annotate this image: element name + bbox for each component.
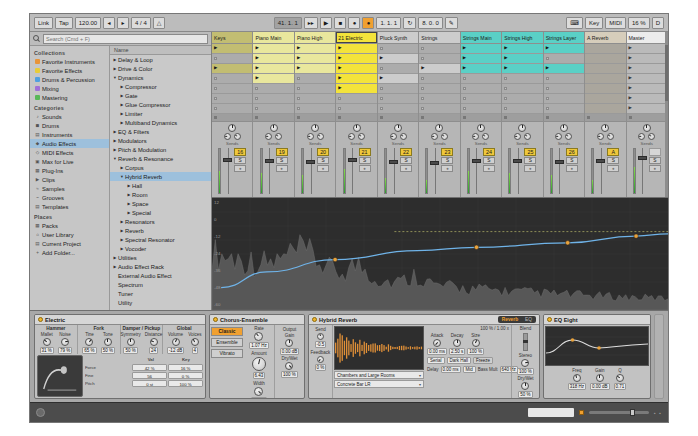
electric-tine-knob[interactable] bbox=[85, 338, 93, 346]
follow-button[interactable]: ▸▸ bbox=[304, 17, 318, 29]
clip-stop-row[interactable] bbox=[502, 114, 542, 122]
send-b-knob[interactable] bbox=[441, 133, 448, 140]
sidebar-item-add-folder[interactable]: +Add Folder... bbox=[30, 248, 109, 257]
empty-clip-slot[interactable] bbox=[461, 94, 501, 104]
empty-clip-slot[interactable] bbox=[253, 94, 293, 104]
device-on-toggle[interactable] bbox=[38, 317, 43, 322]
pan-knob[interactable] bbox=[560, 124, 568, 132]
arm-button[interactable]: ● bbox=[400, 165, 412, 172]
sidebar-item-grooves[interactable]: ~Grooves bbox=[30, 193, 109, 202]
clip[interactable]: ▶ bbox=[502, 54, 542, 64]
solo-button[interactable]: S bbox=[607, 157, 619, 164]
eq8-freq-knob[interactable] bbox=[573, 374, 581, 382]
session-record-button[interactable]: ● bbox=[362, 17, 374, 29]
volume-fader[interactable] bbox=[430, 148, 439, 194]
matrix-value[interactable]: 100 % bbox=[168, 380, 203, 387]
hybrid-size-knob[interactable] bbox=[472, 339, 480, 347]
tree-item-gate[interactable]: ▶Gate bbox=[110, 91, 211, 100]
track-activator[interactable]: 16 bbox=[234, 148, 246, 156]
hybrid-freeze-button[interactable]: Freeze bbox=[473, 357, 493, 364]
send-b-knob[interactable] bbox=[482, 133, 489, 140]
clip[interactable]: ▶ bbox=[378, 54, 418, 64]
track-activator[interactable]: 20 bbox=[317, 148, 329, 156]
empty-clip-slot[interactable] bbox=[544, 74, 584, 84]
electric-voices-knob[interactable] bbox=[191, 338, 199, 346]
empty-clip-slot[interactable] bbox=[544, 94, 584, 104]
track-activator[interactable]: A bbox=[607, 148, 619, 156]
scene-slot[interactable]: ▶ bbox=[627, 104, 667, 114]
hybrid-routing-select[interactable]: Serial bbox=[427, 357, 445, 364]
scrollbar-thumb[interactable] bbox=[665, 45, 668, 101]
tempo-field[interactable]: 120.00 bbox=[75, 17, 101, 29]
play-button[interactable]: ▶ bbox=[320, 17, 333, 29]
key-map-button[interactable]: Key bbox=[585, 17, 603, 29]
send-b-knob[interactable] bbox=[648, 133, 655, 140]
hybrid-mid-button[interactable]: Mid bbox=[463, 366, 476, 373]
stop-button[interactable]: ■ bbox=[334, 17, 346, 29]
track-header-strings-high[interactable]: Strings High bbox=[502, 32, 542, 44]
tree-item-spectrum[interactable]: Spectrum bbox=[110, 280, 211, 289]
computer-midi-keyboard-toggle[interactable]: ⌨ bbox=[566, 17, 583, 29]
chorus-rate-knob[interactable] bbox=[254, 332, 263, 341]
clip[interactable]: ▶ bbox=[461, 44, 501, 54]
empty-clip-slot[interactable] bbox=[419, 94, 459, 104]
tree-item-delay-loop[interactable]: ▶Delay & Loop bbox=[110, 55, 211, 64]
empty-clip-slot[interactable] bbox=[502, 74, 542, 84]
pan-knob[interactable] bbox=[270, 124, 278, 132]
volume-fader[interactable] bbox=[348, 148, 357, 194]
send-b-knob[interactable] bbox=[358, 133, 365, 140]
tree-item-eq-filters[interactable]: ▶EQ & Filters bbox=[110, 127, 211, 136]
clip[interactable]: ▶ bbox=[336, 64, 376, 74]
send-a-knob[interactable] bbox=[265, 133, 272, 140]
empty-clip-slot[interactable] bbox=[502, 104, 542, 114]
hybrid-attack-knob[interactable] bbox=[433, 339, 441, 347]
clip[interactable]: ▶ bbox=[295, 64, 335, 74]
send-a-knob[interactable] bbox=[390, 133, 397, 140]
volume-fader[interactable] bbox=[513, 148, 522, 194]
sidebar-item-mixing[interactable]: Mixing bbox=[30, 84, 109, 93]
empty-clip-slot[interactable] bbox=[295, 104, 335, 114]
scene-slot[interactable]: ▶ bbox=[627, 94, 667, 104]
empty-clip-slot[interactable] bbox=[378, 44, 418, 54]
clip[interactable]: ▶ bbox=[253, 74, 293, 84]
arm-button[interactable]: ● bbox=[483, 165, 495, 172]
sidebar-item-drums[interactable]: ◼Drums bbox=[30, 121, 109, 130]
send-a-knob[interactable] bbox=[431, 133, 438, 140]
solo-button[interactable]: S bbox=[276, 157, 288, 164]
pan-knob[interactable] bbox=[518, 124, 526, 132]
sidebar-item-mastering[interactable]: Mastering bbox=[30, 93, 109, 102]
clip[interactable]: ▶ bbox=[253, 64, 293, 74]
clip[interactable]: ▶ bbox=[295, 54, 335, 64]
solo-button[interactable]: S bbox=[524, 157, 536, 164]
volume-fader[interactable] bbox=[389, 148, 398, 194]
empty-clip-slot[interactable] bbox=[544, 84, 584, 94]
tree-item-drive-color[interactable]: ▶Drive & Color bbox=[110, 64, 211, 73]
fader-handle[interactable] bbox=[596, 159, 605, 163]
tree-item-modulators[interactable]: ▶Modulators bbox=[110, 136, 211, 145]
solo-button[interactable]: S bbox=[234, 157, 246, 164]
solo-button[interactable]: S bbox=[566, 157, 578, 164]
tab-reverb[interactable]: Reverb bbox=[499, 317, 521, 322]
electric-tone-knob[interactable] bbox=[104, 338, 112, 346]
time-signature-field[interactable]: 4 / 4 bbox=[131, 17, 151, 29]
scene-slot[interactable]: ▶ bbox=[627, 84, 667, 94]
fader-handle[interactable] bbox=[555, 160, 564, 164]
clip[interactable]: ▶ bbox=[336, 44, 376, 54]
tree-item-corpus[interactable]: ▶Corpus bbox=[110, 163, 211, 172]
empty-clip-slot[interactable] bbox=[336, 94, 376, 104]
volume-fader[interactable] bbox=[223, 148, 232, 194]
empty-clip-slot[interactable] bbox=[502, 94, 542, 104]
record-button[interactable]: ● bbox=[348, 17, 360, 29]
volume-fader[interactable] bbox=[638, 148, 647, 194]
empty-clip-slot[interactable] bbox=[295, 84, 335, 94]
send-b-knob[interactable] bbox=[607, 133, 614, 140]
nudge-down-button[interactable]: ◂ bbox=[103, 17, 115, 29]
tree-item-vocoder[interactable]: ▶Vocoder bbox=[110, 244, 211, 253]
volume-fader[interactable] bbox=[265, 148, 274, 194]
clip[interactable]: ▶ bbox=[212, 64, 252, 74]
arm-button[interactable]: ● bbox=[607, 165, 619, 172]
matrix-value[interactable]: 0 st bbox=[132, 380, 167, 387]
empty-clip-slot[interactable] bbox=[461, 84, 501, 94]
hybrid-algorithm-select[interactable]: Dark Hall bbox=[447, 357, 472, 364]
pan-knob[interactable] bbox=[435, 124, 443, 132]
